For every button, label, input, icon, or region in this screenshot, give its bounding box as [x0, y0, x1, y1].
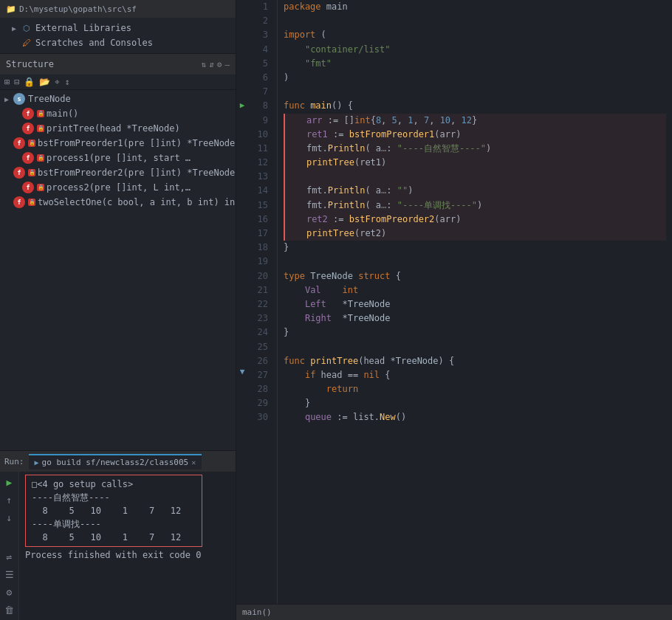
lock-badge-icon4: 🔒	[37, 154, 44, 162]
folder-view-icon[interactable]: 📂	[39, 77, 50, 87]
line-num-25: 25	[254, 340, 271, 354]
structure-item-label: bstFromPreorder1(pre []int) *TreeNode	[38, 138, 235, 148]
sidebar-item-scratches[interactable]: 🖊 Scratches and Consoles	[0, 35, 236, 50]
code-content[interactable]: package main import ( "container/list" "…	[278, 0, 672, 604]
scratches-label: Scratches and Consoles	[35, 38, 153, 48]
run-output-box: □<4 go setup calls> ----自然智慧---- 8 5 10 …	[25, 475, 202, 547]
line-num-29: 29	[254, 396, 271, 410]
line-num-5: 5	[254, 57, 271, 71]
code-line-1: package main	[284, 0, 666, 14]
arrow-placeholder	[236, 0, 248, 14]
sidebar-item-external-libs[interactable]: ▶ ⬡ External Libraries	[0, 21, 236, 35]
structure-item-bst2[interactable]: f 🔒 bstFromPreorder2(pre []int) *TreeNod…	[0, 165, 236, 180]
run-output: □<4 go setup calls> ----自然智慧---- 8 5 10 …	[19, 472, 236, 620]
lock-badge-icon: 🔒	[37, 110, 44, 117]
close-icon[interactable]: —	[224, 60, 230, 69]
structure-item-printtree[interactable]: f 🔒 printTree(head *TreeNode)	[0, 121, 236, 136]
run-panel: Run: ▶ go build sf/newclass2/class005 ✕ …	[0, 450, 236, 620]
lock-icon[interactable]: 🔒	[24, 77, 35, 87]
structure-actions: ⇅ ⇵ ⚙ —	[202, 60, 230, 69]
arrow-placeholder	[236, 379, 248, 393]
project-header: 📁 D:\mysetup\gopath\src\sf	[0, 0, 236, 18]
line-num-11: 11	[254, 142, 271, 156]
sort-order-icon[interactable]: ⇵	[209, 60, 214, 69]
arrow-placeholder	[236, 337, 248, 351]
structure-item-process1[interactable]: f 🔒 process1(pre []int, start int, endno…	[0, 151, 236, 165]
structure-item-main[interactable]: f 🔒 main()	[0, 106, 236, 121]
run-trash-icon[interactable]: 🗑	[2, 602, 17, 617]
structure-item-label: bstFromPreorder2(pre []int) *TreeNode	[38, 168, 235, 178]
func-icon: f	[22, 108, 34, 120]
code-line-20: type TreeNode struct {	[284, 269, 666, 283]
line-num-14: 14	[254, 184, 271, 198]
code-line-7	[284, 85, 666, 99]
lock-badge-icon5: 🔒	[28, 169, 35, 176]
go-icon: ▶	[35, 458, 39, 466]
structure-item-twoselect[interactable]: f 🔒 twoSelectOne(c bool, a int, b int) i…	[0, 195, 236, 210]
structure-item-process2[interactable]: f 🔒 process2(pre []int, L int, R int, ne…	[0, 180, 236, 195]
expand-all-icon[interactable]: ⊞	[4, 77, 10, 87]
run-up-icon[interactable]: ↑	[2, 492, 17, 507]
code-line-11: fmt.Println( a…: "----自然智慧----")	[284, 142, 666, 156]
line-num-1: 1	[254, 0, 271, 14]
run-tab[interactable]: ▶ go build sf/newclass2/class005 ✕	[29, 454, 202, 469]
code-view[interactable]: ▶	[236, 0, 672, 604]
run-side-buttons: ▶ ↑ ↓ ⇌ ☰ ⚙ 🗑	[0, 472, 19, 620]
code-line-17: printTree(ret2)	[284, 227, 666, 241]
lock-badge-icon2: 🔒	[37, 125, 44, 132]
line-num-30: 30	[254, 410, 271, 424]
line-num-12: 12	[254, 156, 271, 170]
code-line-5: "fmt"	[284, 57, 666, 71]
library-icon: ⬡	[21, 22, 32, 34]
line-num-13: 13	[254, 170, 271, 184]
scroll-icon[interactable]: ↕	[64, 77, 69, 87]
structure-list: ▶ s TreeNode f 🔒 main() f 🔒 printTree(he…	[0, 90, 236, 450]
collapse-all-icon[interactable]: ⊟	[14, 77, 19, 87]
lock-badge-icon7: 🔒	[28, 199, 35, 206]
code-line-3: import (	[284, 28, 666, 42]
code-line-21: Val int	[284, 283, 666, 297]
arrow-placeholder	[236, 56, 248, 70]
lock-badge-icon6: 🔒	[37, 184, 44, 191]
sort-alpha-icon[interactable]: ⇅	[202, 60, 207, 69]
structure-item-treenode[interactable]: ▶ s TreeNode	[0, 92, 236, 106]
settings-icon[interactable]: ⚙	[217, 60, 222, 69]
structure-header: Structure ⇅ ⇵ ⚙ —	[0, 54, 236, 75]
lock-badge-icon3: 🔒	[28, 140, 35, 147]
arrow-placeholder	[236, 140, 248, 154]
code-line-29: }	[284, 396, 666, 410]
sidebar: 📁 D:\mysetup\gopath\src\sf ▶ ⬡ External …	[0, 0, 236, 620]
line-num-18: 18	[254, 241, 271, 255]
code-line-28: return	[284, 382, 666, 396]
line-num-28: 28	[254, 382, 271, 396]
arrow-placeholder	[236, 70, 248, 84]
run-line-sep1: ----自然智慧----	[32, 491, 196, 504]
locate-icon[interactable]: ⌖	[55, 77, 60, 87]
code-line-26: func printTree(head *TreeNode) {	[284, 354, 666, 368]
line-num-3: 3	[254, 28, 271, 42]
arrow-icon: ▶	[4, 95, 13, 103]
line-num-10: 10	[254, 128, 271, 142]
arrow-placeholder	[236, 323, 248, 337]
arrow-placeholder	[236, 84, 248, 98]
chevron-right-icon: ▶	[12, 24, 21, 32]
arrow-placeholder	[236, 210, 248, 224]
close-tab-icon[interactable]: ✕	[191, 458, 196, 466]
structure-title: Structure	[6, 59, 54, 69]
run-play-icon[interactable]: ▶	[2, 475, 17, 489]
code-line-16: ret2 := bstFromPreorder2(arr)	[284, 213, 666, 227]
arrow-placeholder	[236, 154, 248, 168]
arrow-placeholder	[236, 112, 248, 126]
run-header: Run: ▶ go build sf/newclass2/class005 ✕	[0, 451, 236, 472]
arrow-placeholder	[236, 280, 248, 294]
run-filter-icon[interactable]: ☰	[2, 567, 17, 582]
editor-main: ▶	[236, 0, 672, 620]
line-num-15: 15	[254, 199, 271, 213]
run-settings-icon[interactable]: ⚙	[2, 585, 17, 599]
external-libs-label: External Libraries	[35, 23, 131, 33]
run-down-icon[interactable]: ↓	[2, 510, 17, 525]
arrow-placeholder	[236, 14, 248, 28]
run-line-exit: Process finished with exit code 0	[25, 548, 230, 562]
run-wrap-icon[interactable]: ⇌	[2, 549, 17, 564]
structure-item-bst1[interactable]: f 🔒 bstFromPreorder1(pre []int) *TreeNod…	[0, 136, 236, 151]
